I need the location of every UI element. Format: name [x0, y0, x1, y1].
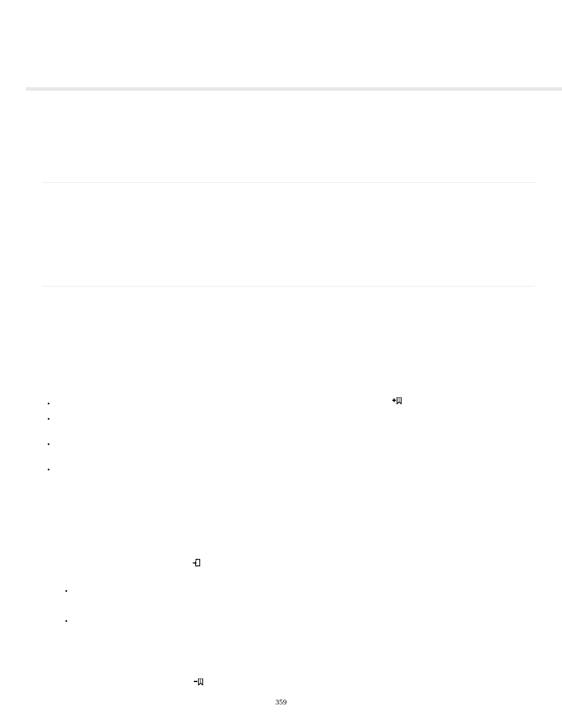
list-item [55, 440, 535, 466]
plus-bookmark-icon [392, 396, 402, 407]
document-page: 359 [0, 0, 562, 728]
nested-bullet-block [58, 587, 535, 628]
empty-block [42, 301, 535, 400]
list-item [55, 400, 535, 415]
svg-rect-4 [194, 681, 197, 682]
svg-rect-1 [394, 398, 395, 402]
empty-block [42, 183, 535, 286]
bullet-list [42, 400, 535, 476]
bullet-list-nested [58, 587, 535, 628]
minus-bookmark-icon [194, 677, 204, 688]
page-number: 359 [0, 697, 562, 707]
list-item [55, 466, 535, 476]
bulleted-section [42, 286, 535, 476]
empty-block [42, 100, 535, 182]
arrow-into-page-icon [193, 558, 201, 569]
list-item [55, 415, 535, 440]
list-item [73, 617, 535, 628]
header-separator-bar [26, 87, 562, 91]
page-content [42, 100, 535, 476]
list-item [73, 587, 535, 617]
